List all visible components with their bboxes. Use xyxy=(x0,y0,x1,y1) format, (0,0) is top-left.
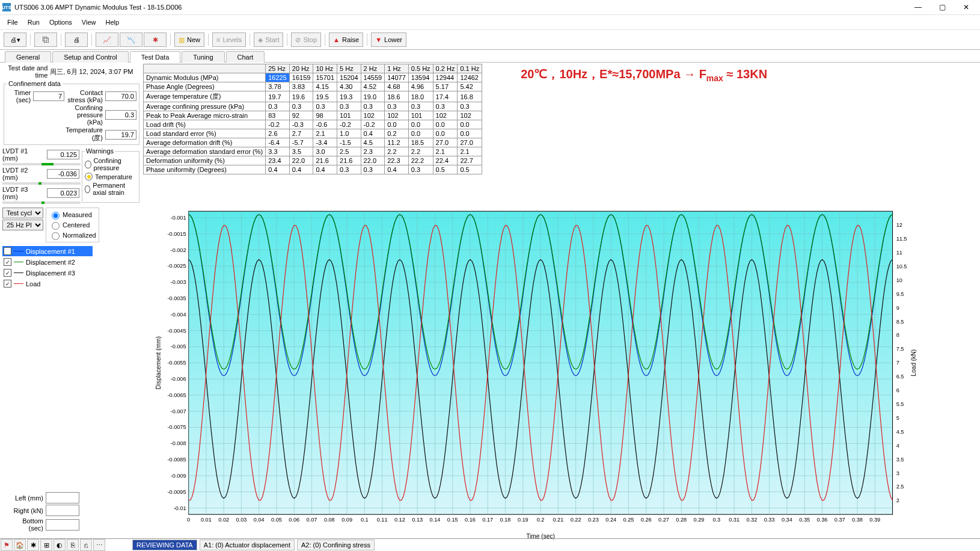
tab-tuning[interactable]: Tuning xyxy=(182,51,224,63)
status-reviewing[interactable]: REVIEWING DATA xyxy=(132,540,197,542)
lvdt2-label: LVDT #2 (mm) xyxy=(2,167,44,181)
sb-icon3[interactable]: ✱ xyxy=(27,539,39,542)
svg-text:0.09: 0.09 xyxy=(341,517,352,523)
svg-text:7: 7 xyxy=(896,360,899,366)
chart2-icon[interactable]: 📉 xyxy=(120,32,142,47)
lower-button[interactable]: ▼Lower xyxy=(371,32,406,47)
lvdt3-label: LVDT #3 (mm) xyxy=(2,186,44,200)
warnings-legend: Warnings xyxy=(85,147,115,155)
svg-text:11.5: 11.5 xyxy=(896,236,907,242)
mode-centered[interactable] xyxy=(52,222,60,230)
svg-text:0.15: 0.15 xyxy=(447,517,458,523)
svg-text:0.05: 0.05 xyxy=(271,517,282,523)
svg-text:10.5: 10.5 xyxy=(896,263,907,269)
svg-text:-0.0045: -0.0045 xyxy=(168,328,186,334)
menu-file[interactable]: File xyxy=(4,17,22,27)
timer-label: Timer (sec) xyxy=(7,89,31,103)
svg-text:0.17: 0.17 xyxy=(482,517,493,523)
svg-text:0.03: 0.03 xyxy=(236,517,247,523)
svg-text:-0.0035: -0.0035 xyxy=(168,295,186,301)
lvdt1-value: 0.125 xyxy=(47,150,79,159)
svg-text:4.5: 4.5 xyxy=(896,429,904,435)
right-axis-input[interactable] xyxy=(46,505,79,516)
tab-general[interactable]: General xyxy=(5,51,51,63)
svg-text:0.35: 0.35 xyxy=(799,517,810,523)
sb-icon6[interactable]: ⎘ xyxy=(67,539,79,542)
svg-text:-0.01: -0.01 xyxy=(174,505,186,511)
svg-text:9.5: 9.5 xyxy=(896,291,904,297)
bottom-axis-input[interactable] xyxy=(46,519,79,531)
close-button[interactable]: ✕ xyxy=(955,0,978,14)
chart1-icon[interactable]: 📈 xyxy=(96,32,118,47)
svg-text:0.01: 0.01 xyxy=(201,517,212,523)
left-axis-input[interactable] xyxy=(46,492,79,503)
menu-view[interactable]: View xyxy=(78,17,100,27)
sb-icon7[interactable]: ⎌ xyxy=(80,539,92,542)
sb-icon5[interactable]: ◐ xyxy=(54,539,66,542)
tab-chart[interactable]: Chart xyxy=(226,51,265,63)
temp-indicator xyxy=(85,173,93,180)
time-series-chart[interactable]: 00.010.020.030.040.050.060.070.080.090.1… xyxy=(95,205,980,542)
legend-item-2[interactable]: ✓Displacement #3 xyxy=(2,268,93,278)
svg-text:-0.0085: -0.0085 xyxy=(168,457,186,463)
start-button[interactable]: ◈Start xyxy=(254,32,283,47)
cycles-select[interactable]: Test cycles xyxy=(2,208,43,218)
settings-icon[interactable]: ✱ xyxy=(144,32,167,47)
legend-item-0[interactable]: ✓Displacement #1 xyxy=(2,246,93,256)
svg-text:2.5: 2.5 xyxy=(896,484,904,490)
legend-item-1[interactable]: ✓Displacement #2 xyxy=(2,257,93,267)
svg-text:8.5: 8.5 xyxy=(896,319,904,325)
svg-text:0.23: 0.23 xyxy=(588,517,599,523)
confp-label: Confining pressure (kPa) xyxy=(66,104,103,126)
levels-button[interactable]: ≡Levels xyxy=(212,32,246,47)
print-button[interactable]: 🖨 xyxy=(65,32,88,47)
svg-text:7.5: 7.5 xyxy=(896,346,904,352)
svg-text:0.11: 0.11 xyxy=(377,517,388,523)
window-title: UTS006 3.06 AMPT Dynamic Modulus Test - … xyxy=(14,4,182,11)
menu-run[interactable]: Run xyxy=(24,17,43,27)
print-dropdown[interactable]: 🖨▾ xyxy=(4,32,26,47)
mode-measured[interactable] xyxy=(52,212,60,220)
svg-text:8: 8 xyxy=(896,332,899,338)
maximize-button[interactable]: ▢ xyxy=(931,0,954,14)
status-a1[interactable]: A1: (0) Actuator displacement xyxy=(200,540,295,542)
copy-button[interactable]: ⿻ xyxy=(34,32,57,47)
svg-text:9: 9 xyxy=(896,305,899,311)
timer-value: 7 xyxy=(33,91,64,101)
menu-help[interactable]: Help xyxy=(102,17,123,27)
temp-value: 19.7 xyxy=(105,130,136,140)
svg-text:3: 3 xyxy=(896,470,899,476)
sb-icon1[interactable]: ⚑ xyxy=(1,539,13,542)
contact-value: 70.0 xyxy=(105,91,136,101)
pas-indicator xyxy=(85,185,90,193)
datetime-value: 周三, 6月 12, 2024, 3:07 PM xyxy=(50,67,141,76)
sb-icon2[interactable]: 🏠 xyxy=(14,539,26,542)
svg-text:-0.0095: -0.0095 xyxy=(168,489,186,495)
svg-text:0.25: 0.25 xyxy=(623,517,634,523)
tab-setup[interactable]: Setup and Control xyxy=(52,51,129,63)
svg-text:0.37: 0.37 xyxy=(835,517,845,523)
svg-text:3.5: 3.5 xyxy=(896,457,904,463)
mode-normalized[interactable] xyxy=(52,232,60,240)
bottom-axis-label: Bottom (sec) xyxy=(7,517,43,532)
raise-button[interactable]: ▲Raise xyxy=(329,32,363,47)
sb-icon4[interactable]: ⊞ xyxy=(40,539,52,542)
svg-text:-0.008: -0.008 xyxy=(171,440,186,446)
svg-text:-0.006: -0.006 xyxy=(171,376,186,382)
svg-text:0.1: 0.1 xyxy=(361,517,369,523)
menu-options[interactable]: Options xyxy=(46,17,76,27)
stop-button[interactable]: ⊘Stop xyxy=(291,32,321,47)
status-a2[interactable]: A2: (0) Confining stress xyxy=(297,540,375,542)
svg-text:0.24: 0.24 xyxy=(605,517,616,523)
legend-item-3[interactable]: ✓Load xyxy=(2,279,93,289)
plots-select[interactable]: 25 Hz Plots xyxy=(2,220,43,230)
svg-text:-0.0015: -0.0015 xyxy=(168,231,186,237)
lvdt2-value: -0.036 xyxy=(47,169,79,179)
svg-text:0.14: 0.14 xyxy=(430,517,441,523)
minimize-button[interactable]: — xyxy=(907,0,929,14)
new-button[interactable]: ▥New xyxy=(174,32,204,47)
svg-text:0.18: 0.18 xyxy=(500,517,511,523)
tab-testdata[interactable]: Test Data xyxy=(130,51,180,63)
sb-icon8[interactable]: ⋯ xyxy=(93,539,105,542)
svg-text:0.21: 0.21 xyxy=(553,517,563,523)
